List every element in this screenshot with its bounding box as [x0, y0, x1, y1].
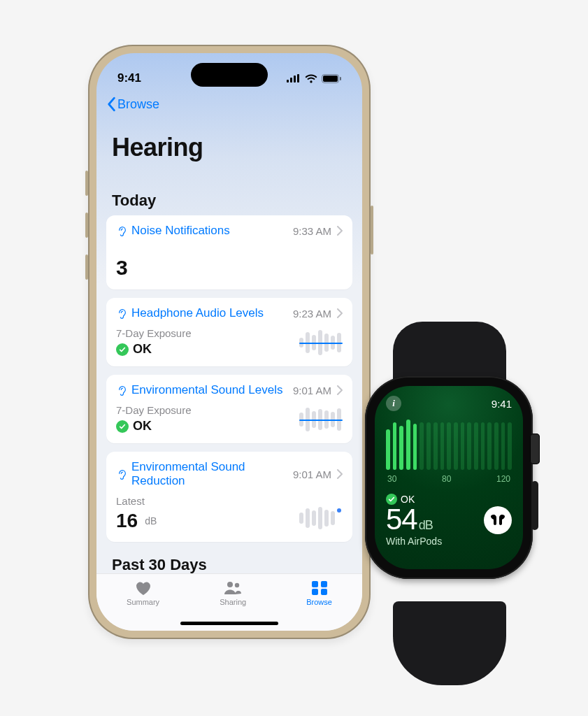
- airpods-icon: [489, 513, 506, 527]
- chevron-right-icon: [337, 385, 343, 395]
- iphone-device-frame: 9:41 Browse Hearing Today Noise Notifica…: [88, 45, 371, 639]
- card-time: 9:33 AM: [293, 225, 331, 237]
- airpods-button[interactable]: [484, 506, 512, 534]
- card-subtitle: Latest: [116, 495, 157, 507]
- ear-icon: [116, 308, 127, 319]
- scale-min: 30: [387, 474, 396, 484]
- ear-icon: [116, 385, 127, 396]
- svg-point-8: [235, 583, 239, 587]
- tab-browse[interactable]: Browse: [306, 580, 332, 606]
- watch-time: 9:41: [492, 398, 512, 410]
- svg-rect-12: [321, 589, 327, 595]
- watch-band-bottom: [393, 601, 506, 685]
- watch-side-button[interactable]: [531, 481, 538, 530]
- watch-db-unit: dB: [419, 518, 433, 532]
- card-time: 9:01 AM: [293, 385, 331, 396]
- cellular-icon: [287, 74, 301, 83]
- card-headphone-audio-levels[interactable]: Headphone Audio Levels 9:23 AM 7-Day Exp…: [106, 298, 352, 366]
- heart-icon: [134, 580, 153, 596]
- svg-rect-11: [312, 589, 318, 595]
- watch-scale: 30 80 120: [386, 474, 512, 484]
- battery-icon: [322, 74, 341, 83]
- mini-bar-chart: [299, 406, 343, 434]
- section-today-title: Today: [96, 186, 362, 215]
- page-title: Hearing: [96, 129, 362, 169]
- tab-label: Summary: [127, 598, 159, 606]
- ok-badge-icon: [116, 343, 129, 356]
- mini-bar-chart: [299, 504, 343, 532]
- svg-rect-10: [321, 581, 327, 587]
- card-time: 9:01 AM: [293, 468, 331, 480]
- back-button[interactable]: Browse: [96, 92, 362, 112]
- watch-db-value: 54: [386, 503, 417, 536]
- chevron-right-icon: [337, 226, 343, 236]
- status-indicators: [287, 74, 341, 83]
- ok-badge-icon: [116, 420, 129, 433]
- card-title: Environmental Sound Reduction: [131, 460, 256, 488]
- watch-noise-bars: [386, 420, 512, 470]
- card-value: 16: [116, 510, 138, 532]
- tab-label: Sharing: [220, 598, 246, 606]
- chevron-right-icon: [337, 308, 343, 318]
- tab-summary[interactable]: Summary: [127, 580, 159, 606]
- home-indicator[interactable]: [180, 622, 278, 625]
- ear-icon: [116, 225, 127, 236]
- scale-max: 120: [496, 474, 510, 484]
- card-title: Headphone Audio Levels: [131, 306, 264, 320]
- wifi-icon: [305, 74, 317, 83]
- svg-rect-1: [290, 78, 292, 83]
- section-past-title: Past 30 Days: [106, 550, 352, 573]
- watch-subtitle: With AirPods: [386, 536, 512, 547]
- card-value: 3: [116, 256, 343, 280]
- watch-case: i 9:41: [365, 376, 533, 579]
- tab-sharing[interactable]: Sharing: [220, 580, 246, 606]
- info-button[interactable]: i: [386, 396, 401, 411]
- mini-bar-chart: [299, 329, 343, 357]
- grid-icon: [310, 580, 329, 596]
- svg-point-7: [227, 582, 233, 587]
- card-environmental-sound-reduction[interactable]: Environmental Sound Reduction 9:01 AM La…: [106, 452, 352, 542]
- card-status: OK: [133, 342, 152, 357]
- digital-crown[interactable]: [530, 434, 540, 464]
- dynamic-island: [191, 63, 268, 87]
- chevron-left-icon: [106, 96, 116, 112]
- card-noise-notifications[interactable]: Noise Notifications 9:33 AM 3: [106, 215, 352, 289]
- chevron-right-icon: [337, 469, 343, 479]
- apple-watch-device: i 9:41: [350, 322, 559, 685]
- svg-rect-2: [294, 76, 296, 83]
- card-title: Noise Notifications: [131, 224, 230, 238]
- card-status: OK: [133, 419, 152, 434]
- scale-mid: 80: [442, 474, 451, 484]
- svg-rect-3: [297, 74, 299, 83]
- svg-rect-5: [323, 76, 338, 82]
- status-time: 9:41: [117, 71, 141, 85]
- card-subtitle: 7-Day Exposure: [116, 327, 192, 339]
- card-time: 9:23 AM: [293, 308, 331, 320]
- card-environmental-sound-levels[interactable]: Environmental Sound Levels 9:01 AM 7-Day…: [106, 375, 352, 443]
- svg-rect-9: [312, 581, 318, 587]
- svg-rect-0: [287, 80, 289, 83]
- tab-label: Browse: [306, 598, 332, 606]
- ear-icon: [116, 468, 127, 480]
- back-label: Browse: [117, 97, 159, 112]
- iphone-screen: 9:41 Browse Hearing Today Noise Notifica…: [96, 53, 362, 631]
- card-title: Environmental Sound Levels: [131, 383, 282, 397]
- cards-scroll-area[interactable]: Noise Notifications 9:33 AM 3 Headphone …: [96, 215, 362, 573]
- card-subtitle: 7-Day Exposure: [116, 404, 192, 416]
- svg-rect-6: [340, 77, 341, 80]
- card-unit: dB: [145, 515, 157, 527]
- people-icon: [223, 580, 243, 596]
- watch-face-noise-app: i 9:41: [375, 386, 523, 569]
